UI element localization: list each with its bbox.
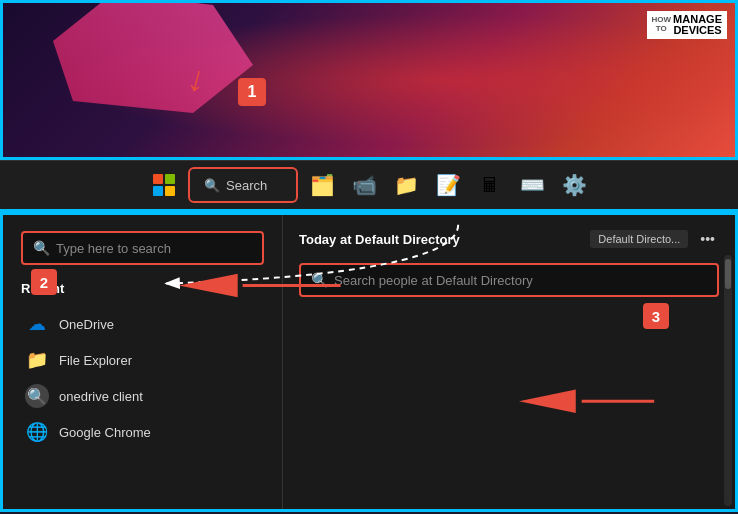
explorer-icon: 📁 (25, 348, 49, 372)
step-badge-2: 2 (31, 269, 57, 295)
recent-section-label: Recent (21, 281, 264, 296)
search-button-label: Search (226, 178, 267, 193)
more-options-button[interactable]: ••• (696, 229, 719, 249)
people-search-box[interactable]: 🔍 Search people at Default Directory (299, 263, 719, 297)
recent-item-onedrive-client[interactable]: 🔍 onedrive client (21, 378, 264, 414)
file-icon: 🗂️ (310, 173, 335, 197)
recent-item-chrome[interactable]: 🌐 Google Chrome (21, 414, 264, 450)
terminal-taskbar-icon[interactable]: ⌨️ (514, 167, 550, 203)
step-badge-3: 3 (643, 303, 669, 329)
search-input-box[interactable]: 🔍 Type here to search (21, 231, 264, 265)
recent-item-onedrive-label: OneDrive (59, 317, 114, 332)
right-header-actions: Default Directo... ••• (590, 229, 719, 249)
how-to-manage-devices-logo: HOW TO MANAGE DEVICES (647, 11, 727, 39)
right-column-title: Today at Default Directory (299, 232, 460, 247)
recent-item-file-explorer[interactable]: 📁 File Explorer (21, 342, 264, 378)
search-icon: 🔍 (204, 178, 220, 193)
zoom-taskbar-icon[interactable]: 📹 (346, 167, 382, 203)
scrollbar[interactable] (724, 255, 732, 506)
people-search-wrapper: 🔍 Search people at Default Directory 3 (299, 263, 719, 297)
onedrive-icon: ☁ (25, 312, 49, 336)
notepad-taskbar-icon[interactable]: 📝 (430, 167, 466, 203)
wallpaper-shape (53, 0, 253, 113)
search-input-placeholder: Type here to search (56, 241, 252, 256)
search-taskbar-button[interactable]: 🔍 Search (188, 167, 298, 203)
scroll-thumb (725, 259, 731, 289)
people-search-icon: 🔍 (311, 272, 328, 288)
terminal-icon: ⌨️ (520, 173, 545, 197)
search-input-icon: 🔍 (33, 240, 50, 256)
step-badge-1: 1 (238, 78, 266, 106)
start-button[interactable] (146, 167, 182, 203)
settings-taskbar-icon[interactable]: ⚙️ (556, 167, 592, 203)
onedrive-client-icon: 🔍 (25, 384, 49, 408)
taskbar: 🔍 Search 🗂️ 📹 📁 📝 🖩 ⌨️ ⚙️ (0, 160, 738, 212)
calculator-icon: 🖩 (480, 174, 500, 197)
left-column: 🔍 Type here to search 2 Recent ☁ OneDriv… (3, 215, 283, 509)
right-column: Today at Default Directory Default Direc… (283, 215, 735, 509)
file-manager-taskbar-icon[interactable]: 🗂️ (304, 167, 340, 203)
search-input-wrapper: 🔍 Type here to search 2 (21, 231, 264, 265)
recent-item-onedrive[interactable]: ☁ OneDrive (21, 306, 264, 342)
folder-icon: 📁 (394, 173, 419, 197)
recent-item-onedrive-client-label: onedrive client (59, 389, 143, 404)
search-panel: 🔍 Type here to search 2 Recent ☁ OneDriv… (0, 212, 738, 512)
folder-taskbar-icon[interactable]: 📁 (388, 167, 424, 203)
settings-icon: ⚙️ (562, 173, 587, 197)
notepad-icon: 📝 (436, 173, 461, 197)
chrome-icon: 🌐 (25, 420, 49, 444)
calculator-taskbar-icon[interactable]: 🖩 (472, 167, 508, 203)
desktop-wallpaper: ↓ 1 HOW TO MANAGE DEVICES (0, 0, 738, 160)
directory-badge[interactable]: Default Directo... (590, 230, 688, 248)
video-icon: 📹 (352, 173, 377, 197)
people-search-placeholder: Search people at Default Directory (334, 273, 533, 288)
recent-item-explorer-label: File Explorer (59, 353, 132, 368)
recent-item-chrome-label: Google Chrome (59, 425, 151, 440)
right-column-header: Today at Default Directory Default Direc… (299, 229, 719, 249)
